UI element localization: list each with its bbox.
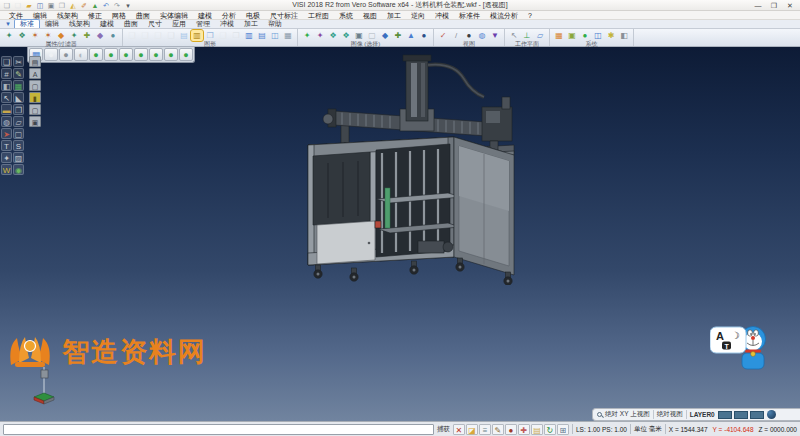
palette-tool-icon[interactable]: ➤ <box>1 128 12 139</box>
view-orientation-icon[interactable]: ● <box>89 48 103 61</box>
view-orientation-icon[interactable]: ● <box>134 48 148 61</box>
ribbon-tool-icon[interactable]: ◧ <box>618 30 630 41</box>
view-orientation-icon[interactable]: ● <box>164 48 178 61</box>
quick-access-icon[interactable]: ▲ <box>90 1 100 10</box>
ribbon-tab[interactable]: 编辑 <box>40 20 64 28</box>
ribbon-tool-icon[interactable]: ✦ <box>68 30 80 41</box>
ribbon-tool-icon[interactable]: ✚ <box>81 30 93 41</box>
snap-toggle-icon[interactable]: ● <box>505 424 517 435</box>
ribbon-tool-icon[interactable]: ▦ <box>553 30 565 41</box>
color-swatch[interactable] <box>718 411 732 419</box>
ribbon-tool-icon[interactable]: ❑ <box>217 30 229 41</box>
palette-tool-icon[interactable]: ▬ <box>1 104 12 115</box>
magnifier-icon[interactable] <box>597 412 602 417</box>
ribbon-tab[interactable]: 应用 <box>167 20 191 28</box>
minimize-button[interactable]: — <box>750 1 766 10</box>
snap-toggle-icon[interactable]: ⊞ <box>557 424 569 435</box>
view-orientation-icon[interactable]: ● <box>104 48 118 61</box>
ribbon-tool-icon[interactable]: ❒ <box>204 30 216 41</box>
strip-button-icon[interactable]: ▢ <box>29 80 41 91</box>
menu-item[interactable]: 冲模 <box>430 11 454 20</box>
ribbon-tool-icon[interactable]: ✶ <box>42 30 54 41</box>
ribbon-tool-icon[interactable]: ● <box>579 30 591 41</box>
ribbon-tool-icon[interactable]: ✚ <box>392 30 404 41</box>
snap-toggle-icon[interactable]: ✎ <box>492 424 504 435</box>
palette-tool-icon[interactable]: ▢ <box>13 128 24 139</box>
ribbon-tool-icon[interactable]: ◆ <box>379 30 391 41</box>
strip-button-icon[interactable]: ▢ <box>29 104 41 115</box>
snap-toggle-icon[interactable]: ◪ <box>466 424 478 435</box>
ribbon-tool-icon[interactable]: ✱ <box>605 30 617 41</box>
snap-toggle-icon[interactable]: ✕ <box>453 424 465 435</box>
ribbon-tool-icon[interactable]: ▲ <box>405 30 417 41</box>
quick-access-icon[interactable]: ❏ <box>2 1 12 10</box>
menu-item[interactable]: 逆向 <box>406 11 430 20</box>
menu-item[interactable]: 视图 <box>358 11 382 20</box>
ime-doraemon-sticker[interactable]: A ☽ T <box>710 323 766 373</box>
menu-item[interactable]: 系统 <box>334 11 358 20</box>
ribbon-tab[interactable]: 尺寸 <box>143 20 167 28</box>
quick-access-icon[interactable]: ▰ <box>24 1 34 10</box>
ribbon-tool-icon[interactable]: / <box>450 30 462 41</box>
palette-tool-icon[interactable]: T <box>1 140 12 151</box>
ribbon-tool-icon[interactable]: ◫ <box>269 30 281 41</box>
quick-access-icon[interactable]: ◭ <box>68 1 78 10</box>
quick-access-icon[interactable]: ↷ <box>112 1 122 10</box>
ribbon-tool-icon[interactable]: ◍ <box>476 30 488 41</box>
ribbon-tool-icon[interactable]: ▢ <box>366 30 378 41</box>
ribbon-tool-icon[interactable]: ◆ <box>55 30 67 41</box>
strip-button-icon[interactable]: ▣ <box>29 116 41 127</box>
palette-tool-icon[interactable]: ✂ <box>13 56 24 67</box>
palette-tool-icon[interactable]: ◣ <box>13 92 24 103</box>
menu-item[interactable]: 模流分析 <box>485 11 523 20</box>
snap-toggle-icon[interactable]: ↻ <box>544 424 556 435</box>
menu-item[interactable]: ? <box>523 11 537 20</box>
command-prompt-input[interactable] <box>3 424 434 435</box>
tab-options-icon[interactable]: ▾ <box>2 20 14 28</box>
view-mode-label[interactable]: 绝对 XY 上视图 <box>605 410 650 419</box>
ribbon-tool-icon[interactable]: ❑ <box>165 30 177 41</box>
palette-tool-icon[interactable]: ✎ <box>13 68 24 79</box>
ribbon-tool-icon[interactable]: ▣ <box>353 30 365 41</box>
quick-access-icon[interactable]: ❐ <box>57 1 67 10</box>
ribbon-tool-icon[interactable]: ❖ <box>327 30 339 41</box>
palette-tool-icon[interactable]: # <box>1 68 12 79</box>
close-button[interactable]: ✕ <box>782 1 798 10</box>
ribbon-tool-icon[interactable]: ↖ <box>508 30 520 41</box>
quick-access-icon[interactable]: ▣ <box>46 1 56 10</box>
ribbon-tab[interactable]: 线架构 <box>64 20 95 28</box>
palette-tool-icon[interactable]: ❐ <box>13 104 24 115</box>
ribbon-tab[interactable]: 冲模 <box>215 20 239 28</box>
ribbon-tool-icon[interactable]: ● <box>107 30 119 41</box>
ribbon-tool-icon[interactable]: ✦ <box>3 30 15 41</box>
palette-tool-icon[interactable]: S <box>13 140 24 151</box>
ribbon-tool-icon[interactable]: ▥ <box>243 30 255 41</box>
snap-toggle-icon[interactable]: ≡ <box>479 424 491 435</box>
snap-toggle-icon[interactable]: ▤ <box>531 424 543 435</box>
ribbon-tool-icon[interactable]: ▼ <box>489 30 501 41</box>
palette-tool-icon[interactable]: ▱ <box>13 116 24 127</box>
ribbon-tab[interactable]: 曲面 <box>119 20 143 28</box>
strip-button-icon[interactable]: ▤ <box>29 56 41 67</box>
palette-tool-icon[interactable]: ▨ <box>13 152 24 163</box>
color-swatch[interactable] <box>750 411 764 419</box>
strip-button-icon[interactable]: A <box>29 68 41 79</box>
ribbon-tool-icon[interactable]: ❑ <box>126 30 138 41</box>
view-orientation-icon[interactable]: ● <box>179 48 193 61</box>
palette-tool-icon[interactable]: ◉ <box>13 164 24 175</box>
quick-access-icon[interactable]: ◫ <box>35 1 45 10</box>
quick-access-icon[interactable]: ▾ <box>123 1 133 10</box>
ribbon-tool-icon[interactable]: ✓ <box>437 30 449 41</box>
ribbon-tab[interactable]: 建模 <box>95 20 119 28</box>
view-orientation-icon[interactable]: ● <box>119 48 133 61</box>
3d-viewport[interactable]: ▦●●◐●●●●●●● ❏✂#✎◧▦↖◣▬❐◍▱➤▢TS✦▨W◉ ▤A▢▮▢▣ <box>0 47 800 421</box>
ribbon-tool-icon[interactable]: ▦ <box>282 30 294 41</box>
palette-tool-icon[interactable]: ◧ <box>1 80 12 91</box>
menu-item[interactable]: 工程图 <box>303 11 334 20</box>
view-orientation-icon[interactable]: ● <box>44 48 58 61</box>
quick-access-icon[interactable]: ↶ <box>101 1 111 10</box>
palette-tool-icon[interactable]: W <box>1 164 12 175</box>
palette-tool-icon[interactable]: ✦ <box>1 152 12 163</box>
ribbon-tab[interactable]: 标准 <box>14 19 40 28</box>
strip-button-icon[interactable]: ▮ <box>29 92 41 103</box>
